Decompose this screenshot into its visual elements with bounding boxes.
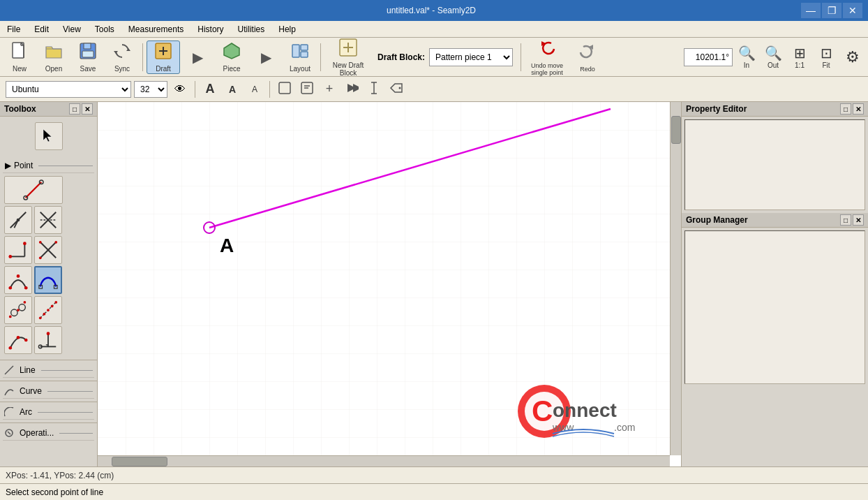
draft-icon [154,41,173,64]
toolbox-point-section: ▶ Point [0,156,97,360]
tool-point-of-contact[interactable] [4,296,32,324]
font-family-select[interactable]: Ubuntu [6,81,131,98]
toolbox-arc-label[interactable]: Arc [3,405,94,420]
zoom-1to1-button[interactable]: ⊞ 1:1 [787,41,812,74]
piece-button[interactable]: Piece [215,41,248,74]
tool-bisector[interactable] [34,206,62,234]
font-size-reset-button[interactable]: A [245,80,264,99]
svg-marker-7 [114,51,118,54]
menu-edit[interactable]: Edit [27,23,56,36]
toolbox-arc-section: Arc [0,402,97,422]
minimize-button[interactable]: — [801,3,821,18]
menu-file[interactable]: File [0,23,27,36]
toolbox-operations-label[interactable]: Operati... [3,426,94,441]
operations-label: Operati... [20,428,54,438]
menu-utilities[interactable]: Utilities [231,23,272,36]
redo-icon [576,41,599,65]
svg-point-61 [54,301,57,304]
svg-line-31 [26,182,42,198]
zoom-out-button[interactable]: 🔍 Out [761,41,786,74]
tool-height-point[interactable] [34,326,62,354]
toolbox-float-btn[interactable]: □ [69,103,80,115]
menu-help[interactable]: Help [271,23,303,36]
svg-rect-13 [301,45,308,50]
open-icon [44,41,63,64]
zoom-value-input[interactable] [684,48,733,66]
group-manager-panel: Group Manager □ ✕ [682,213,868,387]
open-button[interactable]: Open [37,41,70,74]
group-manager-float-btn[interactable]: □ [840,214,851,226]
zoom-out-label: Out [768,61,779,69]
draft-button[interactable]: Draft [147,41,180,74]
font-size-down-button[interactable]: A [223,80,242,99]
zoom-1to1-icon: ⊞ [794,45,806,61]
toolbar-sep-1 [142,43,143,71]
zoom-in-button[interactable]: 🔍 In [734,41,759,74]
line-icon [4,365,14,375]
save-button[interactable]: Save [71,41,105,74]
tool-path-point[interactable] [4,326,32,354]
tool-arc-intersect[interactable] [34,236,62,264]
sync-button[interactable]: Sync [105,41,139,74]
zoom-fit-button[interactable]: ⊡ Fit [814,41,839,74]
title-bar-controls: — ❐ ✕ [801,3,862,18]
settings-button[interactable]: ⚙ [840,41,865,74]
zoom-in-icon: 🔍 [738,45,756,61]
toolbox-line-label[interactable]: Line [3,363,94,378]
canvas-main[interactable]: A C onnect www .com [98,102,670,455]
tool-spline[interactable] [34,266,62,294]
toolbox-header-controls: □ ✕ [69,103,93,115]
font-size-up-button[interactable]: A [200,80,220,99]
text-style-button4[interactable] [342,80,361,99]
toolbox-point-label[interactable]: ▶ Point [3,159,94,173]
font-size-select[interactable]: 32 [134,81,167,98]
point-a-label: A [220,235,234,256]
text-style-button5[interactable] [364,80,384,99]
svg-rect-5 [82,51,93,57]
text-style-button1[interactable] [275,80,294,99]
text-style-button6[interactable] [387,80,406,99]
property-editor-float-btn[interactable]: □ [840,103,851,115]
menu-history[interactable]: History [190,23,230,36]
sync-icon [112,41,132,64]
scrollbar-thumb-v[interactable] [671,116,681,144]
tool-perpendicular[interactable] [4,206,32,234]
canvas-scrollbar-v[interactable] [670,102,681,455]
property-editor-close-btn[interactable]: ✕ [853,103,864,115]
svg-point-70 [47,332,50,335]
menu-measurements[interactable]: Measurements [121,23,190,36]
scrollbar-thumb-h[interactable] [112,457,167,466]
svg-marker-11 [224,43,239,59]
close-button[interactable]: ✕ [843,3,862,18]
menu-tools[interactable]: Tools [88,23,121,36]
toolbox-curve-label[interactable]: Curve [3,384,94,399]
new-button[interactable]: New [3,41,36,74]
tool-curve-intersect[interactable] [4,266,32,294]
drawing-canvas[interactable]: A [98,102,670,455]
text-style-button3[interactable]: + [320,80,339,99]
menu-view[interactable]: View [56,23,88,36]
next-arrow-button[interactable]: ▶ [181,41,214,74]
cursor-tool[interactable] [35,122,63,150]
svg-point-36 [17,219,20,222]
property-editor-controls: □ ✕ [840,103,864,115]
layout-button[interactable]: Layout [283,41,317,74]
text-style-button2[interactable] [297,80,317,99]
save-label: Save [80,65,96,73]
layout-icon [290,41,310,64]
group-manager-close-btn[interactable]: ✕ [853,214,864,226]
next-arrow-button2[interactable]: ▶ [249,41,283,74]
tool-midpoint[interactable] [34,296,62,324]
undo-icon [536,38,558,61]
new-draft-block-button[interactable]: New Draft Block [324,41,372,74]
tool-shoulder[interactable] [4,236,32,264]
maximize-button[interactable]: ❐ [822,3,841,18]
canvas-scrollbar-h[interactable] [98,455,670,466]
redo-button[interactable]: Redo [568,41,607,74]
tool-point-along-line[interactable] [4,176,63,204]
text-box-icon [278,81,292,98]
toolbox-close-btn[interactable]: ✕ [82,103,93,115]
undo-button[interactable]: Undo move single point [527,41,567,74]
draft-block-select[interactable]: Pattern piece 1 [429,48,513,66]
eye-button[interactable]: 👁 [170,80,190,99]
